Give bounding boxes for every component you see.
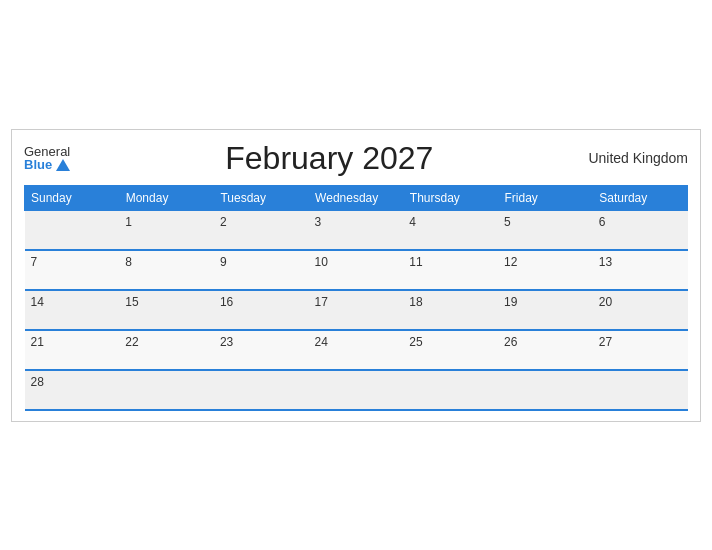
day-number: 19 <box>504 295 587 309</box>
day-number: 15 <box>125 295 208 309</box>
header-tuesday: Tuesday <box>214 185 309 210</box>
calendar-week-2: 14151617181920 <box>25 290 688 330</box>
calendar-cell: 27 <box>593 330 688 370</box>
calendar-cell: 24 <box>309 330 404 370</box>
logo-triangle-icon <box>56 159 70 171</box>
weekday-header-row: Sunday Monday Tuesday Wednesday Thursday… <box>25 185 688 210</box>
calendar-cell: 7 <box>25 250 120 290</box>
calendar-cell: 28 <box>25 370 120 410</box>
day-number: 1 <box>125 215 208 229</box>
calendar-cell <box>309 370 404 410</box>
calendar-table: Sunday Monday Tuesday Wednesday Thursday… <box>24 185 688 411</box>
calendar-cell <box>119 370 214 410</box>
day-number: 20 <box>599 295 682 309</box>
calendar-cell: 5 <box>498 210 593 250</box>
day-number: 4 <box>409 215 492 229</box>
calendar-cell: 23 <box>214 330 309 370</box>
calendar-week-1: 78910111213 <box>25 250 688 290</box>
calendar-cell: 19 <box>498 290 593 330</box>
calendar-cell: 22 <box>119 330 214 370</box>
calendar-cell: 9 <box>214 250 309 290</box>
calendar-cell: 14 <box>25 290 120 330</box>
day-number: 17 <box>315 295 398 309</box>
calendar: General Blue February 2027 United Kingdo… <box>11 129 701 422</box>
calendar-cell <box>25 210 120 250</box>
day-number: 16 <box>220 295 303 309</box>
header-thursday: Thursday <box>403 185 498 210</box>
day-number: 7 <box>31 255 114 269</box>
calendar-cell: 13 <box>593 250 688 290</box>
header-friday: Friday <box>498 185 593 210</box>
calendar-cell: 8 <box>119 250 214 290</box>
calendar-cell <box>498 370 593 410</box>
day-number: 5 <box>504 215 587 229</box>
calendar-region: United Kingdom <box>588 150 688 166</box>
calendar-cell: 11 <box>403 250 498 290</box>
day-number: 11 <box>409 255 492 269</box>
header-monday: Monday <box>119 185 214 210</box>
day-number: 22 <box>125 335 208 349</box>
day-number: 28 <box>31 375 114 389</box>
day-number: 9 <box>220 255 303 269</box>
calendar-cell: 4 <box>403 210 498 250</box>
day-number: 12 <box>504 255 587 269</box>
calendar-cell: 3 <box>309 210 404 250</box>
calendar-week-0: 123456 <box>25 210 688 250</box>
calendar-cell: 20 <box>593 290 688 330</box>
day-number: 18 <box>409 295 492 309</box>
day-number: 6 <box>599 215 682 229</box>
day-number: 24 <box>315 335 398 349</box>
calendar-cell: 10 <box>309 250 404 290</box>
calendar-cell: 1 <box>119 210 214 250</box>
day-number: 13 <box>599 255 682 269</box>
day-number: 2 <box>220 215 303 229</box>
calendar-week-3: 21222324252627 <box>25 330 688 370</box>
calendar-cell <box>403 370 498 410</box>
calendar-cell: 6 <box>593 210 688 250</box>
calendar-cell: 25 <box>403 330 498 370</box>
calendar-week-4: 28 <box>25 370 688 410</box>
day-number: 21 <box>31 335 114 349</box>
header-saturday: Saturday <box>593 185 688 210</box>
day-number: 26 <box>504 335 587 349</box>
calendar-cell: 26 <box>498 330 593 370</box>
calendar-cell: 17 <box>309 290 404 330</box>
calendar-title: February 2027 <box>70 140 588 177</box>
day-number: 25 <box>409 335 492 349</box>
calendar-cell <box>214 370 309 410</box>
day-number: 8 <box>125 255 208 269</box>
header-sunday: Sunday <box>25 185 120 210</box>
calendar-cell: 2 <box>214 210 309 250</box>
header-wednesday: Wednesday <box>309 185 404 210</box>
calendar-header: General Blue February 2027 United Kingdo… <box>24 140 688 177</box>
logo-blue-text: Blue <box>24 158 70 171</box>
calendar-cell <box>593 370 688 410</box>
calendar-cell: 21 <box>25 330 120 370</box>
calendar-cell: 18 <box>403 290 498 330</box>
calendar-cell: 15 <box>119 290 214 330</box>
day-number: 23 <box>220 335 303 349</box>
calendar-cell: 12 <box>498 250 593 290</box>
day-number: 14 <box>31 295 114 309</box>
day-number: 10 <box>315 255 398 269</box>
logo: General Blue <box>24 145 70 171</box>
calendar-cell: 16 <box>214 290 309 330</box>
day-number: 27 <box>599 335 682 349</box>
day-number: 3 <box>315 215 398 229</box>
